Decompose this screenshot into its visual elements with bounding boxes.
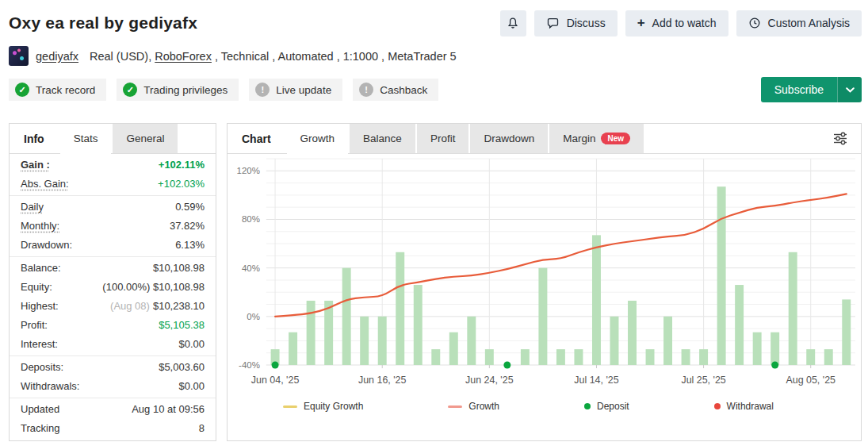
stat-value-text: $10,238.10 xyxy=(153,300,205,312)
tab-general[interactable]: General xyxy=(113,124,178,153)
stat-note: (Aug 08) xyxy=(110,300,150,312)
tab-profit[interactable]: Profit xyxy=(417,124,469,153)
stat-label: Monthly: xyxy=(21,220,59,233)
stat-value: (100.00%) $10,108.98 xyxy=(102,281,205,294)
add-to-watch-label: Add to watch xyxy=(652,17,717,29)
badge-live-update: !Live update xyxy=(249,79,342,101)
legend-line-swatch xyxy=(283,405,297,408)
legend-item-equity-growth[interactable]: Equity Growth xyxy=(283,401,363,412)
info-panel-header: Info StatsGeneral xyxy=(10,124,216,154)
stat-value-text: $5,003.60 xyxy=(159,361,205,373)
tab-label: Drawdown xyxy=(484,133,534,144)
stat-row-highest: Highest:(Aug 08)$10,238.10 xyxy=(10,297,216,316)
stat-value: $5,105.38 xyxy=(159,319,205,332)
badge-label: Trading privileges xyxy=(143,84,228,96)
stat-row-updated: UpdatedAug 10 at 09:56 xyxy=(10,400,216,419)
account-details: Real (USD), RoboForex , Technical , Auto… xyxy=(90,50,457,63)
tab-label: Balance xyxy=(363,133,402,144)
badge-label: Live update xyxy=(276,84,331,96)
badge-cashback: !Cashback xyxy=(353,79,438,101)
exclamation-icon: ! xyxy=(359,83,373,97)
chevron-down-icon[interactable] xyxy=(837,77,862,102)
notifications-button[interactable] xyxy=(500,10,526,37)
stat-group: Balance:$10,108.98Equity:(100.00%) $10,1… xyxy=(10,257,216,356)
subscribe-label: Subscribe xyxy=(761,77,837,102)
sliders-icon xyxy=(832,131,849,146)
tab-label: Profit xyxy=(430,133,456,144)
badges-row: ✓Track record✓Trading privileges!Live up… xyxy=(0,66,868,102)
svg-text:Jun 16, '25: Jun 16, '25 xyxy=(358,375,407,386)
stat-group: Daily0.59%Monthly:37.82%Drawdown:6.13% xyxy=(10,196,216,257)
tab-drawdown[interactable]: Drawdown xyxy=(470,124,548,153)
stat-value-text: 8 xyxy=(199,422,205,434)
stat-value-text: 0.59% xyxy=(175,201,205,213)
tab-stats[interactable]: Stats xyxy=(60,124,112,154)
stat-label: Updated xyxy=(21,403,59,416)
stat-label: Balance: xyxy=(21,262,61,275)
svg-text:80%: 80% xyxy=(242,214,260,224)
chart-panel-header: Chart GrowthBalanceProfitDrawdownMarginN… xyxy=(228,124,861,154)
svg-text:Jun 24, '25: Jun 24, '25 xyxy=(465,375,514,386)
stat-value-text: (100.00%) $10,108.98 xyxy=(102,281,205,293)
legend-label: Growth xyxy=(468,401,499,412)
stat-row-balance: Balance:$10,108.98 xyxy=(10,259,216,278)
broker-link[interactable]: RoboForex xyxy=(155,50,212,63)
stat-group: UpdatedAug 10 at 09:56Tracking8 xyxy=(10,398,216,440)
stat-value-text: $5,105.38 xyxy=(159,319,205,331)
custom-analysis-button[interactable]: Custom Analysis xyxy=(736,10,862,37)
stat-value: +102.11% xyxy=(159,159,205,171)
legend-item-withdrawal[interactable]: Withdrawal xyxy=(714,401,774,412)
tab-margin[interactable]: MarginNew xyxy=(549,124,644,153)
stat-row-abs-gain: Abs. Gain:+102.03% xyxy=(10,175,216,194)
stat-value: $10,108.98 xyxy=(153,262,205,275)
tab-label: Stats xyxy=(74,133,98,144)
legend-item-growth[interactable]: Growth xyxy=(448,401,499,412)
bell-icon xyxy=(507,17,519,30)
stat-value: +102.03% xyxy=(158,178,205,190)
stat-row-gain: Gain :+102.11% xyxy=(10,156,216,175)
chart-settings-button[interactable] xyxy=(820,124,861,153)
username-link[interactable]: gediyafx xyxy=(36,50,78,63)
stat-value-text: 37.82% xyxy=(170,220,205,232)
account-meta: , Technical , Automated , 1:1000 , MetaT… xyxy=(215,50,457,63)
stat-value: (Aug 08)$10,238.10 xyxy=(110,300,205,313)
check-icon: ✓ xyxy=(123,83,137,97)
subscribe-button[interactable]: Subscribe xyxy=(761,77,862,102)
stat-row-drawdown: Drawdown:6.13% xyxy=(10,236,216,255)
growth-chart[interactable]: -40%0%40%80%120%Jun 04, '25Jun 16, '25Ju… xyxy=(228,155,860,394)
badge-track-record: ✓Track record xyxy=(9,79,106,101)
stat-label: Deposits: xyxy=(21,361,63,374)
stat-label: Tracking xyxy=(21,422,59,435)
svg-text:-40%: -40% xyxy=(239,360,260,370)
tab-growth[interactable]: Growth xyxy=(287,124,349,154)
legend-label: Equity Growth xyxy=(304,401,363,412)
svg-text:Jul 14, '25: Jul 14, '25 xyxy=(574,375,618,386)
account-type: Real (USD), xyxy=(90,50,151,63)
stat-label: Abs. Gain: xyxy=(21,178,69,190)
stat-value: $5,003.60 xyxy=(159,361,205,374)
svg-text:0%: 0% xyxy=(247,312,260,321)
legend-label: Withdrawal xyxy=(727,401,774,412)
tab-label: General xyxy=(126,133,164,144)
stat-label: Profit: xyxy=(21,319,48,332)
topbar: Oxy ea real by gediyafx Discuss + Add to… xyxy=(0,0,868,37)
stat-label: Withdrawals: xyxy=(21,380,79,393)
new-badge: New xyxy=(601,133,630,144)
stat-group: Gain :+102.11%Abs. Gain:+102.03% xyxy=(10,154,216,196)
svg-text:120%: 120% xyxy=(237,166,260,175)
stat-value-text: $0.00 xyxy=(178,338,205,350)
discuss-button[interactable]: Discuss xyxy=(534,10,618,37)
add-to-watch-button[interactable]: + Add to watch xyxy=(625,10,728,37)
stat-label: Highest: xyxy=(21,300,59,313)
stat-row-equity: Equity:(100.00%) $10,108.98 xyxy=(10,278,216,297)
legend-item-deposit[interactable]: Deposit xyxy=(584,401,629,412)
stat-value-text: $10,108.98 xyxy=(153,262,205,274)
stat-row-profit: Profit:$5,105.38 xyxy=(10,316,216,335)
tab-label: Growth xyxy=(300,133,335,144)
stat-value: 8 xyxy=(199,422,205,435)
chart-panel-title: Chart xyxy=(228,124,285,153)
badge-label: Cashback xyxy=(380,84,427,96)
tab-balance[interactable]: Balance xyxy=(350,124,415,153)
stat-row-deposits: Deposits:$5,003.60 xyxy=(10,358,216,377)
header-spacer xyxy=(644,124,820,153)
